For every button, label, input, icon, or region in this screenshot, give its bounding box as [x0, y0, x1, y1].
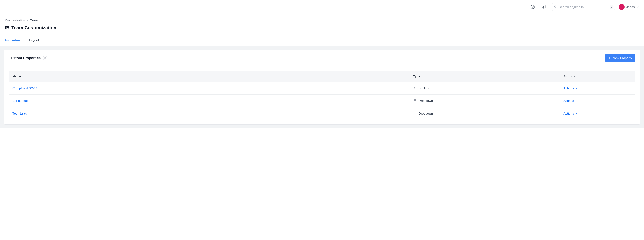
property-name-link[interactable]: Tech Lead: [12, 112, 27, 115]
svg-point-15: [414, 99, 414, 100]
page-title: Team Customization: [12, 25, 56, 30]
table-row: Tech Lead Dropdown Actions: [9, 107, 635, 120]
avatar: J: [619, 4, 624, 10]
row-actions-menu[interactable]: Actions: [564, 99, 632, 103]
search-input[interactable]: [559, 5, 608, 9]
search-box[interactable]: /: [552, 3, 615, 11]
user-menu[interactable]: J Jonas: [619, 4, 639, 10]
breadcrumb-root[interactable]: Customization: [5, 18, 25, 22]
svg-point-25: [414, 114, 414, 114]
search-icon: [554, 5, 557, 8]
tabs: Properties Layout: [0, 36, 644, 46]
boolean-icon: [413, 86, 416, 90]
chevron-down-icon: [575, 112, 578, 115]
svg-point-17: [414, 100, 414, 101]
list-icon: [413, 99, 416, 102]
chevron-down-icon: [575, 100, 578, 102]
properties-table: Name Type Actions Completed SOC2 Boolean…: [9, 71, 635, 120]
topbar: / J Jonas: [0, 0, 644, 14]
megaphone-icon: [542, 5, 546, 9]
help-button[interactable]: [529, 3, 536, 11]
page-header: Customization / Team Team Customization: [0, 14, 644, 30]
new-property-button[interactable]: New Property: [605, 54, 635, 62]
chevron-down-icon: [575, 87, 578, 90]
announcements-button[interactable]: [540, 3, 548, 11]
svg-point-23: [414, 113, 414, 113]
svg-rect-7: [6, 26, 9, 29]
breadcrumb: Customization / Team: [5, 18, 639, 22]
list-icon: [413, 111, 416, 115]
col-header-actions: Actions: [560, 71, 635, 82]
tab-layout[interactable]: Layout: [29, 36, 39, 46]
svg-point-21: [414, 112, 414, 112]
sidebar-toggle-button[interactable]: [5, 5, 9, 9]
property-type-label: Dropdown: [418, 112, 433, 115]
property-name-link[interactable]: Sprint Lead: [12, 99, 29, 103]
col-header-name: Name: [9, 71, 410, 82]
help-icon: [530, 5, 535, 9]
breadcrumb-separator: /: [27, 18, 28, 22]
property-type-label: Dropdown: [418, 99, 433, 103]
panel-header: Custom Properties 3 New Property: [4, 50, 640, 66]
row-actions-menu[interactable]: Actions: [564, 112, 632, 115]
topbar-right: / J Jonas: [529, 3, 639, 11]
property-type-label: Boolean: [418, 86, 430, 90]
panel-title: Custom Properties: [9, 56, 41, 60]
tab-properties[interactable]: Properties: [5, 36, 20, 46]
svg-point-19: [414, 101, 414, 101]
actions-label: Actions: [564, 99, 574, 103]
table-row: Sprint Lead Dropdown Actions: [9, 95, 635, 107]
search-shortcut-hint: /: [610, 5, 614, 9]
actions-label: Actions: [564, 112, 574, 115]
breadcrumb-current: Team: [30, 18, 38, 22]
row-actions-menu[interactable]: Actions: [564, 86, 632, 90]
properties-count-badge: 3: [43, 56, 48, 60]
new-property-label: New Property: [613, 56, 632, 60]
layout-icon: [5, 26, 9, 30]
property-name-link[interactable]: Completed SOC2: [12, 86, 37, 90]
col-header-type: Type: [410, 71, 560, 82]
actions-label: Actions: [564, 86, 574, 90]
custom-properties-panel: Custom Properties 3 New Property Name Ty…: [4, 50, 640, 125]
chevron-down-icon: [636, 6, 639, 8]
content-wrap: Custom Properties 3 New Property Name Ty…: [0, 46, 644, 128]
user-name-label: Jonas: [626, 5, 635, 9]
svg-line-6: [556, 7, 557, 8]
table-row: Completed SOC2 Boolean Actions: [9, 82, 635, 95]
plus-icon: [608, 57, 611, 60]
svg-rect-12: [414, 87, 416, 89]
